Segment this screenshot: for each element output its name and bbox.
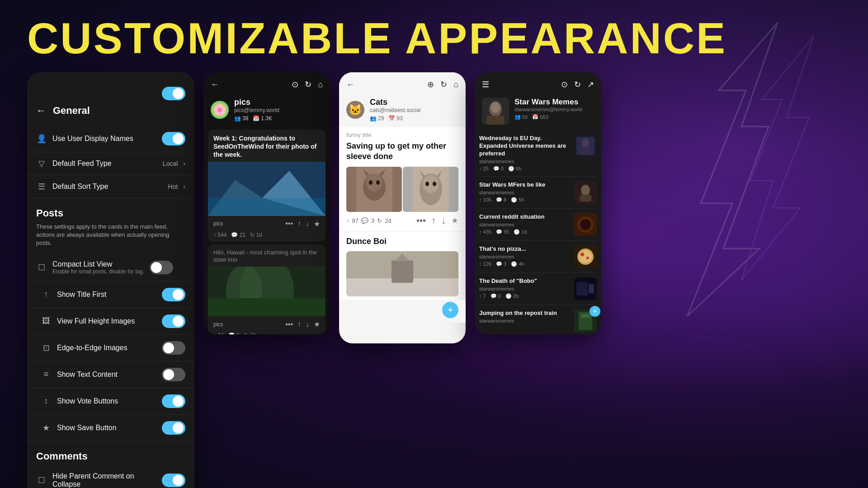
downvote-icon[interactable]: ↓	[306, 220, 309, 228]
cats-nav-left: ←	[346, 80, 354, 89]
sw-post-item[interactable]: Wednesday is EU Day. Expanded Universe m…	[479, 130, 597, 177]
show-title-first-label: Show Title First	[57, 291, 156, 299]
sw-share-icon[interactable]: ↗	[587, 80, 594, 89]
pics-back-icon[interactable]: ←	[211, 80, 219, 89]
back-button[interactable]: ←	[36, 105, 46, 117]
cats-upvote-icon[interactable]: ↑	[346, 217, 349, 224]
sw-post-2-comments: 💬 8	[496, 197, 506, 203]
view-full-height-images-toggle[interactable]	[162, 314, 185, 328]
cats-upvote-btn[interactable]: ↑	[431, 216, 436, 226]
svg-point-41	[580, 219, 591, 230]
show-vote-buttons-toggle[interactable]	[162, 394, 185, 408]
sw-post-5-title: The Death of "Bobo"	[479, 277, 570, 285]
sw-nav-right: ⊙ ↻ ↗	[561, 80, 594, 89]
sw-menu-icon[interactable]: ☰	[482, 80, 489, 89]
pics-post-2-title: Hilo, Hawaii - most charming spot in the…	[208, 244, 326, 267]
upvote-icon-2[interactable]: ↑	[297, 320, 301, 328]
cats-fab-button[interactable]: +	[442, 302, 458, 318]
pics-home-icon[interactable]: ⌂	[318, 80, 323, 89]
cats-refresh-icon[interactable]: ↻	[440, 80, 447, 89]
use-user-display-names-toggle[interactable]	[162, 132, 185, 145]
sw-circle-icon[interactable]: ⊙	[561, 80, 568, 89]
pics-post-1-comments: 💬 21	[231, 232, 245, 238]
default-feed-type-row[interactable]: ▽ Default Feed Type Local ›	[27, 152, 194, 175]
sw-post-4-thumb	[574, 245, 597, 268]
pics-post-2-comments: 💬 0	[228, 332, 240, 334]
cats-add-icon[interactable]: ⊕	[427, 80, 434, 89]
cats-home-icon[interactable]: ⌂	[453, 80, 458, 89]
svg-rect-26	[392, 260, 413, 283]
sw-post-3-upvotes: ↑ 435	[479, 229, 491, 235]
sw-post-2-thumb	[574, 181, 597, 204]
svg-point-23	[433, 182, 436, 186]
pics-post-1[interactable]: Week 1: Congratulations to SeedOnTheWind…	[208, 130, 326, 242]
svg-point-15	[369, 180, 373, 185]
sw-post-3-comments: 💬 55	[496, 229, 509, 235]
default-sort-type-row[interactable]: ☰ Default Sort Type Hot ›	[27, 175, 194, 198]
sw-fab-button[interactable]: +	[590, 306, 600, 317]
cats-fav-btn[interactable]: ★	[451, 216, 458, 225]
sw-post-4-stats: ↑ 126 💬 3 🕐 4h	[479, 261, 570, 267]
pics-post-2-community: pics	[213, 321, 281, 328]
pics-post-1-image	[208, 162, 326, 216]
bookmark-icon-2[interactable]: ★	[314, 320, 320, 328]
svg-point-34	[582, 138, 589, 147]
pics-refresh-icon[interactable]: ↻	[305, 80, 311, 89]
upvote-icon[interactable]: ↑	[297, 220, 301, 228]
sw-post-item-4[interactable]: That's no pizza... starwarsmemes ↑ 126 💬…	[479, 241, 597, 273]
cats-more-icon[interactable]: •••	[416, 216, 426, 226]
pics-post-2[interactable]: Hilo, Hawaii - most charming spot in the…	[208, 244, 326, 334]
pics-post-1-community: pics	[213, 221, 281, 227]
show-text-content-toggle[interactable]	[162, 368, 185, 381]
pics-phone: ← ⊙ ↻ ⌂ 🌸 pics pics@lemmy.world 👥 38 📅 1…	[203, 72, 330, 334]
cats-community-handle: cats@midwest.social	[370, 107, 458, 113]
sw-post-item-6[interactable]: Jumping on the repost train starwarsmeme…	[479, 305, 597, 334]
sw-post-4-comments: 💬 3	[496, 261, 506, 267]
downvote-icon-2[interactable]: ↓	[306, 320, 309, 328]
cats-back-icon[interactable]: ←	[346, 80, 354, 89]
pics-post-2-stats: ↑ 24 💬 0 ↻ 1h	[208, 332, 326, 334]
edge-to-edge-images-toggle[interactable]	[162, 341, 185, 355]
page-title: CUSTOMIZABLE APPEARANCE	[27, 14, 727, 63]
sw-post-item-2[interactable]: Star Wars MFers be like starwarsmemes ↑ …	[479, 177, 597, 209]
show-title-first-row: ↑ Show Title First	[27, 282, 194, 308]
pics-post-1-stats: ↑ 544 💬 21 ↻ 1d	[208, 232, 326, 242]
more-icon-2[interactable]: •••	[285, 320, 293, 328]
default-feed-type-value: Local	[163, 160, 178, 167]
svg-rect-3	[208, 198, 326, 216]
compact-list-view-label-group: Compact List View Enable for small posts…	[52, 260, 144, 275]
comments-section-title: Comments	[27, 441, 194, 466]
svg-point-12	[366, 174, 382, 192]
sw-post-2-stats: ↑ 106 💬 8 🕐 5h	[479, 197, 570, 203]
cats-post-1[interactable]: funny title Saving up to get my other sl…	[339, 127, 466, 232]
settings-header: ← General	[27, 100, 194, 126]
show-save-button-toggle[interactable]	[162, 421, 185, 435]
pics-community-handle: pics@lemmy.world	[234, 107, 323, 113]
sw-post-2-time: 🕐 5h	[511, 197, 524, 203]
sw-post-2-title: Star Wars MFers be like	[479, 181, 570, 189]
more-icon[interactable]: •••	[285, 220, 293, 228]
top-toggle[interactable]	[162, 87, 185, 100]
sw-post-3-stats: ↑ 435 💬 55 🕐 1d	[479, 229, 570, 235]
pics-posts-stat: 📅 1.3K	[253, 115, 272, 122]
compact-list-view-toggle[interactable]	[150, 261, 173, 274]
sw-community-header: Star Wars Memes starwarsmemes@lemmy.worl…	[475, 94, 601, 130]
pics-community-header: 🌸 pics pics@lemmy.world 👥 38 📅 1.3K	[203, 94, 330, 127]
cats-time-icon: ↻	[377, 217, 382, 224]
sw-post-item-3[interactable]: Current reddit situation starwarsmemes ↑…	[479, 209, 597, 241]
sw-post-1-title: Wednesday is EU Day. Expanded Universe m…	[479, 135, 570, 158]
pics-circle-icon[interactable]: ⊙	[292, 80, 298, 89]
filter-icon: ▽	[36, 159, 47, 169]
sw-refresh-icon[interactable]: ↻	[574, 80, 581, 89]
cats-downvote-btn[interactable]: ↓	[441, 216, 446, 226]
bookmark-icon[interactable]: ★	[314, 220, 320, 228]
cats-post-1-title: Saving up to get my other sleeve done	[339, 141, 466, 167]
vote-icon: ↕	[41, 396, 52, 406]
comment-collapse-icon: ☐	[36, 475, 47, 485]
cats-post-2[interactable]: Dunce Boi	[339, 232, 466, 300]
svg-rect-52	[581, 314, 590, 318]
sw-post-item-5[interactable]: The Death of "Bobo" starwarsmemes ↑ 7 💬 …	[479, 273, 597, 305]
sw-post-3-community: starwarsmemes	[479, 222, 570, 227]
show-title-first-toggle[interactable]	[162, 288, 185, 301]
hide-parent-comment-toggle[interactable]	[162, 474, 185, 487]
